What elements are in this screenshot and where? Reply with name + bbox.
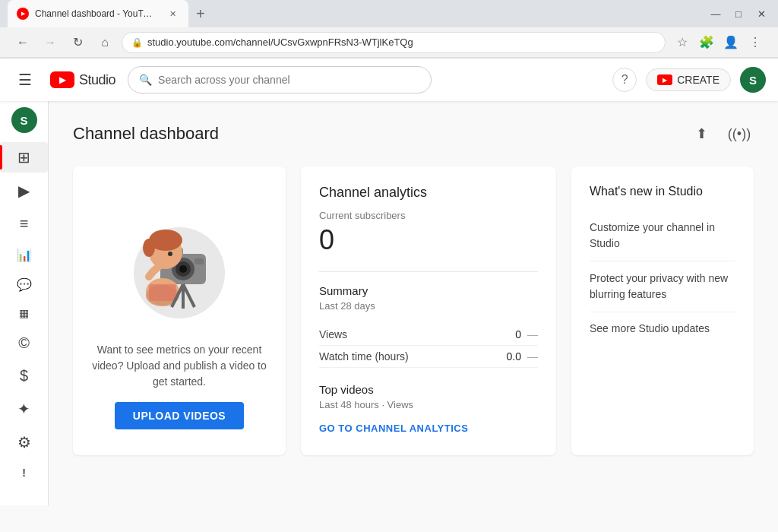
upload-card: Want to see metrics on your recent video… bbox=[73, 166, 286, 455]
menu-dots-button[interactable]: ⋮ bbox=[745, 32, 766, 53]
search-bar: 🔍 bbox=[128, 66, 432, 93]
analytics-card: Channel analytics Current subscribers 0 … bbox=[301, 166, 556, 455]
sidebar-item-analytics[interactable]: 📊 bbox=[0, 242, 48, 268]
sidebar-item-customization[interactable]: ✦ bbox=[0, 394, 48, 424]
logo-text: Studio bbox=[79, 72, 115, 88]
lock-icon: 🔒 bbox=[131, 37, 143, 48]
top-bar-right: ? CREATE S bbox=[612, 67, 766, 93]
monetization-icon: $ bbox=[20, 367, 28, 385]
svg-rect-9 bbox=[149, 284, 176, 301]
address-bar: ← → ↻ ⌂ 🔒 studio.youtube.com/channel/UCs… bbox=[0, 27, 778, 58]
account-button[interactable]: 👤 bbox=[720, 32, 742, 53]
sidebar-item-settings[interactable]: ⚙ bbox=[0, 427, 48, 458]
content-icon: ▶ bbox=[18, 182, 30, 200]
create-button[interactable]: CREATE bbox=[646, 68, 731, 91]
tab-favicon bbox=[17, 8, 29, 20]
feedback-icon: ! bbox=[22, 467, 26, 479]
views-stat-row: Views 0 — bbox=[319, 324, 538, 346]
url-text: studio.youtube.com/channel/UCsvGxwpnFRsN… bbox=[147, 36, 656, 48]
search-input[interactable] bbox=[158, 74, 420, 86]
copyright-icon: © bbox=[18, 334, 30, 352]
create-video-icon bbox=[657, 74, 672, 85]
browser-chrome: Channel dashboard - YouTube S... ✕ + — □… bbox=[0, 0, 778, 59]
summary-period: Last 28 days bbox=[319, 300, 538, 312]
sidebar-item-monetization[interactable]: $ bbox=[0, 361, 48, 391]
dashboard-icon: ⊞ bbox=[17, 148, 30, 166]
cards-row: Want to see metrics on your recent video… bbox=[73, 166, 754, 455]
watch-time-label: Watch time (hours) bbox=[319, 350, 409, 363]
tab-close-button[interactable]: ✕ bbox=[166, 7, 179, 21]
user-avatar-button[interactable]: S bbox=[740, 67, 766, 93]
analytics-title: Channel analytics bbox=[319, 185, 538, 201]
sidebar-item-feedback[interactable]: ! bbox=[0, 461, 48, 485]
top-videos-title: Top videos bbox=[319, 383, 538, 396]
close-button[interactable]: ✕ bbox=[752, 5, 770, 23]
hamburger-menu-button[interactable]: ☰ bbox=[12, 65, 38, 95]
sidebar-item-dashboard[interactable]: ⊞ bbox=[0, 142, 48, 173]
logo[interactable]: Studio bbox=[50, 71, 115, 88]
subtitles-icon: ▦ bbox=[19, 307, 29, 319]
live-header-button[interactable]: ((•)) bbox=[725, 119, 754, 148]
top-bar: ☰ Studio 🔍 ? CREATE S bbox=[0, 59, 778, 101]
extensions-button[interactable]: 🧩 bbox=[696, 32, 717, 53]
views-number: 0 bbox=[515, 328, 521, 340]
watch-time-dash: — bbox=[527, 350, 538, 363]
whats-new-title: What's new in Studio bbox=[590, 185, 735, 198]
watch-time-stat-row: Watch time (hours) 0.0 — bbox=[319, 346, 538, 368]
tab-bar: Channel dashboard - YouTube S... ✕ + bbox=[8, 0, 701, 27]
main-layout: S ⊞ ▶ ≡ 📊 💬 ▦ © $ bbox=[0, 101, 778, 505]
url-bar[interactable]: 🔒 studio.youtube.com/channel/UCsvGxwpnFR… bbox=[122, 32, 666, 53]
comments-icon: 💬 bbox=[17, 277, 32, 292]
help-button[interactable]: ? bbox=[612, 68, 637, 92]
subscribers-count: 0 bbox=[319, 224, 538, 256]
news-item-0[interactable]: Customize your channel in Studio bbox=[590, 211, 735, 261]
active-tab[interactable]: Channel dashboard - YouTube S... ✕ bbox=[8, 0, 188, 27]
home-button[interactable]: ⌂ bbox=[94, 32, 115, 53]
watch-time-number: 0.0 bbox=[507, 350, 521, 363]
sidebar-item-subtitles[interactable]: ▦ bbox=[0, 301, 48, 325]
forward-button[interactable]: → bbox=[40, 32, 61, 53]
sidebar-avatar[interactable]: S bbox=[11, 107, 37, 133]
youtube-icon bbox=[50, 71, 74, 88]
new-tab-button[interactable]: + bbox=[190, 5, 211, 23]
analytics-icon: 📊 bbox=[17, 248, 32, 262]
bookmark-button[interactable]: ☆ bbox=[672, 32, 693, 53]
see-more-link[interactable]: See more Studio updates bbox=[590, 322, 710, 334]
upload-prompt-text: Want to see metrics on your recent video… bbox=[91, 342, 267, 390]
reload-button[interactable]: ↻ bbox=[67, 32, 88, 53]
maximize-button[interactable]: □ bbox=[729, 5, 748, 23]
sidebar-item-content[interactable]: ▶ bbox=[0, 176, 48, 206]
summary-title: Summary bbox=[319, 284, 538, 297]
playlists-icon: ≡ bbox=[20, 215, 29, 233]
svg-rect-6 bbox=[194, 258, 204, 264]
news-item-2[interactable]: See more Studio updates bbox=[590, 312, 735, 344]
page-header: Channel dashboard ⬆ ((•)) bbox=[73, 119, 754, 148]
svg-point-12 bbox=[143, 239, 155, 257]
header-actions: ⬆ ((•)) bbox=[687, 119, 754, 148]
sidebar-item-copyright[interactable]: © bbox=[0, 328, 48, 358]
page-title: Channel dashboard bbox=[73, 124, 219, 144]
views-value: 0 — bbox=[515, 328, 538, 340]
sidebar: S ⊞ ▶ ≡ 📊 💬 ▦ © $ bbox=[0, 101, 49, 505]
back-button[interactable]: ← bbox=[12, 32, 33, 53]
go-to-analytics-link[interactable]: GO TO CHANNEL ANALYTICS bbox=[319, 423, 468, 434]
app: ☰ Studio 🔍 ? CREATE S S ⊞ ▶ bbox=[0, 59, 778, 505]
subscribers-label: Current subscribers bbox=[319, 210, 538, 221]
whats-new-card: What's new in Studio Customize your chan… bbox=[571, 166, 754, 455]
news-item-1[interactable]: Protect your privacy with new blurring f… bbox=[590, 261, 735, 312]
minimize-button[interactable]: — bbox=[707, 5, 725, 23]
upload-videos-button[interactable]: UPLOAD VIDEOS bbox=[115, 402, 244, 429]
news-item-text-0: Customize your channel in Studio bbox=[590, 221, 715, 249]
browser-actions: ☆ 🧩 👤 ⋮ bbox=[672, 32, 766, 53]
views-dash: — bbox=[527, 328, 538, 340]
news-item-text-1: Protect your privacy with new blurring f… bbox=[590, 272, 728, 300]
svg-point-4 bbox=[179, 265, 187, 273]
tab-title: Channel dashboard - YouTube S... bbox=[35, 8, 157, 19]
divider-1 bbox=[319, 271, 538, 272]
title-bar: Channel dashboard - YouTube S... ✕ + — □… bbox=[0, 0, 778, 27]
search-icon: 🔍 bbox=[139, 74, 152, 86]
svg-point-13 bbox=[168, 252, 172, 256]
sidebar-item-comments[interactable]: 💬 bbox=[0, 271, 48, 298]
sidebar-item-playlists[interactable]: ≡ bbox=[0, 209, 48, 239]
upload-header-button[interactable]: ⬆ bbox=[687, 119, 716, 148]
